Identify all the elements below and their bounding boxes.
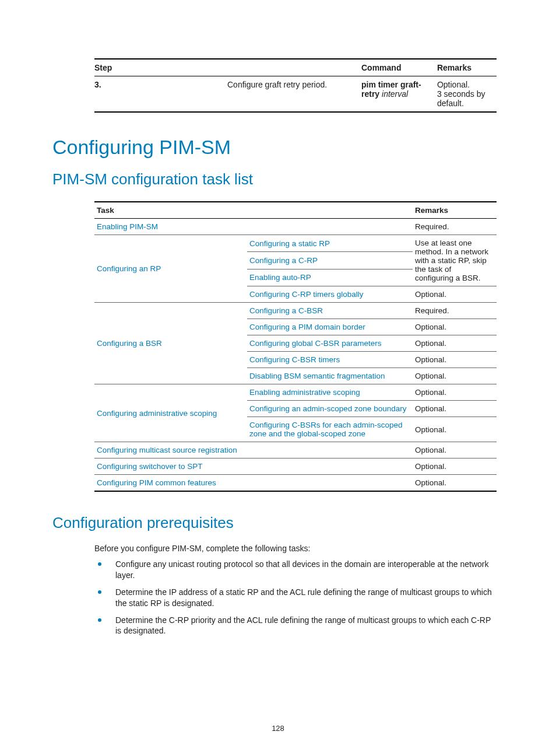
- subtask-link-disable-bsm[interactable]: Disabling BSM semantic fragmentation: [247, 368, 413, 384]
- task-table: Task Remarks Enabling PIM-SM Required. C…: [94, 201, 497, 492]
- prereq-intro-text: Before you configure PIM-SM, complete th…: [94, 544, 497, 553]
- subtask-link-admin-enable[interactable]: Enabling administrative scoping: [247, 384, 413, 401]
- task-remark-admin-boundary: Optional.: [413, 401, 497, 417]
- prereq-list: Configure any unicast routing protocol s…: [94, 559, 497, 642]
- col-remarks: Remarks: [413, 202, 497, 219]
- task-table-header-row: Task Remarks: [94, 202, 497, 219]
- cmd-italic: interval: [382, 89, 408, 99]
- prereq-item-1: Configure any unicast routing protocol s…: [94, 559, 497, 587]
- subsection-heading-prereq: Configuration prerequisites: [52, 514, 504, 532]
- task-remark-cbsr-timers: Optional.: [413, 352, 497, 368]
- step-remarks: Optional. 3 seconds by default.: [437, 76, 497, 113]
- step-command: pim timer graft-retry interval: [361, 76, 437, 113]
- task-remark-common: Optional.: [413, 475, 497, 492]
- task-remark-cbsr: Required.: [413, 303, 497, 319]
- step-number: 3.: [94, 76, 227, 113]
- task-row-enable-pimsm: Enabling PIM-SM Required.: [94, 219, 497, 235]
- subtask-link-crp-timers[interactable]: Configuring C-RP timers globally: [247, 286, 413, 303]
- step-table: Step Command Remarks 3. Configure graft …: [94, 58, 497, 113]
- col-task: Task: [94, 202, 413, 219]
- task-link-configure-rp[interactable]: Configuring an RP: [94, 235, 247, 303]
- task-remark-enable-pimsm: Required.: [413, 219, 497, 235]
- col-remarks: Remarks: [437, 59, 497, 76]
- task-remark-admin-enable: Optional.: [413, 384, 497, 401]
- step-table-header-row: Step Command Remarks: [94, 59, 497, 76]
- task-link-spt[interactable]: Configuring switchover to SPT: [94, 459, 413, 475]
- step-row-3: 3. Configure graft retry period. pim tim…: [94, 76, 497, 113]
- remark-line1: Optional.: [437, 80, 491, 89]
- page-number: 128: [0, 724, 556, 733]
- task-row-rp-static: Configuring an RP Configuring a static R…: [94, 235, 497, 252]
- task-remark-msrc: Optional.: [413, 442, 497, 459]
- remark-line2: 3 seconds by default.: [437, 89, 491, 108]
- subsection-heading-tasklist: PIM-SM configuration task list: [52, 170, 504, 188]
- task-link-admin-scoping[interactable]: Configuring administrative scoping: [94, 384, 247, 442]
- task-row-admin-enable: Configuring administrative scoping Enabl…: [94, 384, 497, 401]
- task-row-spt: Configuring switchover to SPT Optional.: [94, 459, 497, 475]
- prereq-item-3: Determine the C-RP priority and the ACL …: [94, 615, 497, 643]
- task-link-enable-pimsm[interactable]: Enabling PIM-SM: [94, 219, 413, 235]
- task-link-configure-bsr[interactable]: Configuring a BSR: [94, 303, 247, 384]
- subtask-link-cbsr-timers[interactable]: Configuring C-BSR timers: [247, 352, 413, 368]
- task-remark-rp-block: Use at least one method. In a network wi…: [413, 235, 497, 286]
- subtask-link-autorp[interactable]: Enabling auto-RP: [247, 269, 413, 286]
- task-remark-border: Optional.: [413, 319, 497, 335]
- task-remark-global-cbsr: Optional.: [413, 335, 497, 352]
- task-link-msrc[interactable]: Configuring multicast source registratio…: [94, 442, 413, 459]
- col-step: Step: [94, 59, 361, 76]
- subtask-link-admin-boundary[interactable]: Configuring an admin-scoped zone boundar…: [247, 401, 413, 417]
- section-heading-configuring-pimsm: Configuring PIM-SM: [52, 136, 504, 159]
- subtask-link-global-cbsr[interactable]: Configuring global C-BSR parameters: [247, 335, 413, 352]
- task-row-msrc: Configuring multicast source registratio…: [94, 442, 497, 459]
- subtask-link-admin-cbsrs[interactable]: Configuring C-BSRs for each admin-scoped…: [247, 417, 413, 442]
- task-row-bsr-cbsr: Configuring a BSR Configuring a C-BSR Re…: [94, 303, 497, 319]
- task-remark-crp-timers: Optional.: [413, 286, 497, 303]
- subtask-link-pim-border[interactable]: Configuring a PIM domain border: [247, 319, 413, 335]
- subtask-link-static-rp[interactable]: Configuring a static RP: [247, 235, 413, 252]
- task-remark-spt: Optional.: [413, 459, 497, 475]
- task-remark-admin-cbsrs: Optional.: [413, 417, 497, 442]
- task-remark-disable-bsm: Optional.: [413, 368, 497, 384]
- col-command: Command: [361, 59, 437, 76]
- prereq-item-2: Determine the IP address of a static RP …: [94, 587, 497, 615]
- task-link-common[interactable]: Configuring PIM common features: [94, 475, 413, 492]
- task-row-common: Configuring PIM common features Optional…: [94, 475, 497, 492]
- subtask-link-crp[interactable]: Configuring a C-RP: [247, 252, 413, 269]
- subtask-link-cbsr[interactable]: Configuring a C-BSR: [247, 303, 413, 319]
- step-desc: Configure graft retry period.: [227, 76, 361, 113]
